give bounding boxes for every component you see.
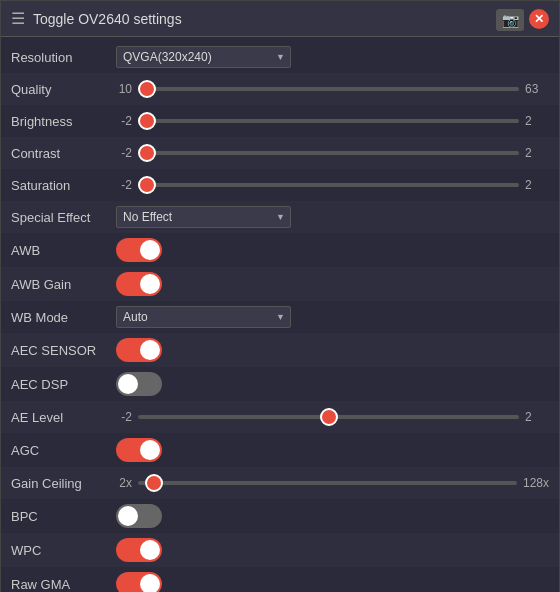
- raw-gma-row: Raw GMA: [1, 567, 559, 592]
- awb-toggle[interactable]: [116, 238, 162, 262]
- contrast-max-label: 2: [525, 146, 549, 160]
- resolution-controls: QVGA(320x240) VGA(640x480) SVGA(800x600): [116, 46, 549, 68]
- quality-label: Quality: [11, 82, 116, 97]
- aec-dsp-label: AEC DSP: [11, 377, 116, 392]
- awb-gain-toggle-track: [116, 272, 162, 296]
- wpc-row: WPC: [1, 533, 559, 567]
- menu-icon[interactable]: ☰: [11, 9, 25, 28]
- brightness-slider-container: -2 2: [116, 114, 549, 128]
- bpc-label: BPC: [11, 509, 116, 524]
- contrast-min-label: -2: [116, 146, 132, 160]
- gain-ceiling-label: Gain Ceiling: [11, 476, 116, 491]
- agc-toggle[interactable]: [116, 438, 162, 462]
- quality-min-label: 10: [116, 82, 132, 96]
- awb-toggle-knob: [140, 240, 160, 260]
- contrast-slider[interactable]: [138, 151, 519, 155]
- contrast-label: Contrast: [11, 146, 116, 161]
- resolution-select[interactable]: QVGA(320x240) VGA(640x480) SVGA(800x600): [116, 46, 291, 68]
- awb-gain-label: AWB Gain: [11, 277, 116, 292]
- agc-label: AGC: [11, 443, 116, 458]
- quality-slider-container: 10 63: [116, 82, 549, 96]
- saturation-max-label: 2: [525, 178, 549, 192]
- agc-toggle-knob: [140, 440, 160, 460]
- aec-sensor-label: AEC SENSOR: [11, 343, 116, 358]
- bpc-toggle-knob: [118, 506, 138, 526]
- aec-dsp-toggle-track: [116, 372, 162, 396]
- brightness-min-label: -2: [116, 114, 132, 128]
- quality-slider[interactable]: [138, 87, 519, 91]
- gain-ceiling-max-label: 128x: [523, 476, 549, 490]
- raw-gma-toggle-track: [116, 572, 162, 592]
- special-effect-row: Special Effect No Effect Negative Graysc…: [1, 201, 559, 233]
- settings-content: Resolution QVGA(320x240) VGA(640x480) SV…: [1, 37, 559, 592]
- awb-gain-controls: [116, 272, 549, 296]
- special-effect-controls: No Effect Negative Grayscale Red Tint Gr…: [116, 206, 549, 228]
- agc-row: AGC: [1, 433, 559, 467]
- aec-sensor-controls: [116, 338, 549, 362]
- quality-row: Quality 10 63: [1, 73, 559, 105]
- wb-mode-controls: Auto Sunny Cloudy Office Home: [116, 306, 549, 328]
- wb-mode-select[interactable]: Auto Sunny Cloudy Office Home: [116, 306, 291, 328]
- gain-ceiling-slider-container: 2x 128x: [116, 476, 549, 490]
- resolution-dropdown-wrapper: QVGA(320x240) VGA(640x480) SVGA(800x600): [116, 46, 291, 68]
- gain-ceiling-slider[interactable]: [138, 481, 517, 485]
- wb-mode-label: WB Mode: [11, 310, 116, 325]
- aec-sensor-toggle[interactable]: [116, 338, 162, 362]
- aec-sensor-toggle-track: [116, 338, 162, 362]
- awb-controls: [116, 238, 549, 262]
- ae-level-label: AE Level: [11, 410, 116, 425]
- contrast-slider-container: -2 2: [116, 146, 549, 160]
- brightness-max-label: 2: [525, 114, 549, 128]
- awb-gain-toggle-knob: [140, 274, 160, 294]
- close-button[interactable]: ✕: [529, 9, 549, 29]
- gain-ceiling-min-label: 2x: [116, 476, 132, 490]
- raw-gma-controls: [116, 572, 549, 592]
- camera-icon: 📷: [496, 9, 524, 31]
- wpc-toggle-track: [116, 538, 162, 562]
- awb-label: AWB: [11, 243, 116, 258]
- ae-level-row: AE Level -2 2: [1, 401, 559, 433]
- wpc-label: WPC: [11, 543, 116, 558]
- saturation-min-label: -2: [116, 178, 132, 192]
- brightness-row: Brightness -2 2: [1, 105, 559, 137]
- ae-level-min-label: -2: [116, 410, 132, 424]
- raw-gma-toggle-knob: [140, 574, 160, 592]
- awb-row: AWB: [1, 233, 559, 267]
- bpc-row: BPC: [1, 499, 559, 533]
- special-effect-select[interactable]: No Effect Negative Grayscale Red Tint Gr…: [116, 206, 291, 228]
- wb-mode-row: WB Mode Auto Sunny Cloudy Office Home: [1, 301, 559, 333]
- agc-toggle-track: [116, 438, 162, 462]
- agc-controls: [116, 438, 549, 462]
- gain-ceiling-row: Gain Ceiling 2x 128x: [1, 467, 559, 499]
- brightness-label: Brightness: [11, 114, 116, 129]
- saturation-row: Saturation -2 2: [1, 169, 559, 201]
- aec-dsp-toggle[interactable]: [116, 372, 162, 396]
- brightness-slider[interactable]: [138, 119, 519, 123]
- window-title: Toggle OV2640 settings: [33, 11, 182, 27]
- bpc-controls: [116, 504, 549, 528]
- bpc-toggle-track: [116, 504, 162, 528]
- bpc-toggle[interactable]: [116, 504, 162, 528]
- resolution-row: Resolution QVGA(320x240) VGA(640x480) SV…: [1, 41, 559, 73]
- settings-window: ☰ Toggle OV2640 settings 📷 ✕ Resolution …: [0, 0, 560, 592]
- special-effect-dropdown-wrapper: No Effect Negative Grayscale Red Tint Gr…: [116, 206, 291, 228]
- special-effect-label: Special Effect: [11, 210, 116, 225]
- aec-dsp-toggle-knob: [118, 374, 138, 394]
- ae-level-slider-container: -2 2: [116, 410, 549, 424]
- ae-level-max-label: 2: [525, 410, 549, 424]
- saturation-slider-container: -2 2: [116, 178, 549, 192]
- contrast-row: Contrast -2 2: [1, 137, 559, 169]
- wpc-toggle[interactable]: [116, 538, 162, 562]
- raw-gma-toggle[interactable]: [116, 572, 162, 592]
- quality-max-label: 63: [525, 82, 549, 96]
- aec-dsp-row: AEC DSP: [1, 367, 559, 401]
- wb-mode-dropdown-wrapper: Auto Sunny Cloudy Office Home: [116, 306, 291, 328]
- awb-gain-toggle[interactable]: [116, 272, 162, 296]
- saturation-slider[interactable]: [138, 183, 519, 187]
- ae-level-slider[interactable]: [138, 415, 519, 419]
- aec-dsp-controls: [116, 372, 549, 396]
- awb-toggle-track: [116, 238, 162, 262]
- aec-sensor-row: AEC SENSOR: [1, 333, 559, 367]
- raw-gma-label: Raw GMA: [11, 577, 116, 592]
- resolution-label: Resolution: [11, 50, 116, 65]
